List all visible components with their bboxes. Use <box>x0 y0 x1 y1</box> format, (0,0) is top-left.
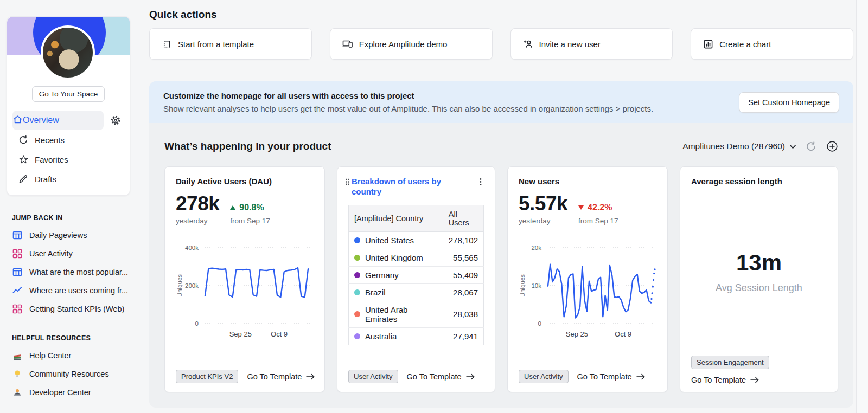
table-row[interactable]: Australia 27,941 <box>349 327 484 345</box>
project-selector-label: Amplitunes Demo (287960) <box>682 141 785 151</box>
stat-value: 278k <box>176 193 219 214</box>
start-from-template-button[interactable]: Start from a template <box>149 28 312 60</box>
table-row[interactable]: United States 278,102 <box>349 231 484 249</box>
recent-item-getting-started-kpis[interactable]: Getting Started KPIs (Web) <box>7 300 130 318</box>
go-to-your-space-button[interactable]: Go To Your Space <box>32 86 105 102</box>
table-chart-icon <box>12 230 23 240</box>
country-value: 55,409 <box>443 266 484 283</box>
stat-row: 278k yesterday 90.8% from Sep 17 <box>176 193 314 225</box>
country-value: 28,038 <box>443 301 484 327</box>
table-row[interactable]: Germany 55,409 <box>349 266 484 283</box>
stat-row: 5.57k yesterday 42.2% from Sep 17 <box>519 193 656 225</box>
arrow-down-icon <box>578 205 584 210</box>
stat-value-block: 278k yesterday <box>176 193 219 225</box>
session-stat: 13m Avg Session Length <box>691 250 827 294</box>
template-icon <box>162 39 172 49</box>
arrow-up-icon <box>230 205 235 210</box>
link-label: Go To Template <box>407 372 462 381</box>
sidebar-item-drafts[interactable]: Drafts <box>12 169 124 189</box>
sidebar-item-recents[interactable]: Recents <box>12 130 124 150</box>
stat-label: Avg Session Length <box>691 282 827 294</box>
country-name: Brazil <box>365 288 386 297</box>
card-footer: User Activity Go To Template <box>348 370 475 383</box>
stat-value: 5.57k <box>519 193 567 214</box>
svg-text:200k: 200k <box>185 282 199 289</box>
explore-demo-button[interactable]: Explore Amplitude demo <box>330 28 493 60</box>
tag-chip[interactable]: Product KPIs V2 <box>176 370 238 383</box>
stat-compare: from Sep 17 <box>578 217 618 225</box>
recent-item-where-users-coming-from[interactable]: Where are users coming fr... <box>7 281 130 300</box>
go-to-template-link[interactable]: Go To Template <box>247 372 315 381</box>
card-title-link[interactable]: Breakdown of users by country <box>352 177 463 197</box>
stat-delta-block: 90.8% from Sep 17 <box>230 203 270 225</box>
sidebar-item-overview[interactable]: Overview <box>12 111 104 130</box>
set-custom-homepage-button[interactable]: Set Custom Homepage <box>739 92 839 113</box>
homepage-panel: Customize the homepage for all users wit… <box>149 81 853 408</box>
project-selector[interactable]: Amplitunes Demo (287960) <box>682 141 796 151</box>
sidebar-item-favorites[interactable]: Favorites <box>12 150 124 169</box>
dashboard-icon <box>12 304 23 314</box>
invite-user-button[interactable]: Invite a new user <box>510 28 673 60</box>
recent-item-user-activity[interactable]: User Activity <box>7 244 130 263</box>
country-name: Germany <box>365 270 399 280</box>
card-footer: User Activity Go To Template <box>519 370 646 383</box>
tag-chip[interactable]: Session Engagement <box>691 356 769 369</box>
jump-back-in-heading: JUMP BACK IN <box>12 214 129 222</box>
series-dot <box>354 272 360 278</box>
card-footer: Session Engagement Go To Template <box>691 356 769 384</box>
table-row[interactable]: United Arab Emirates 28,038 <box>349 301 484 327</box>
gear-icon[interactable] <box>110 115 121 126</box>
add-card-icon[interactable] <box>826 140 838 152</box>
card-footer: Product KPIs V2 Go To Template <box>176 370 315 383</box>
recent-item-daily-pageviews[interactable]: Daily Pageviews <box>7 226 130 244</box>
svg-text:10k: 10k <box>531 282 541 289</box>
svg-text:20k: 20k <box>531 244 541 251</box>
link-developer-center[interactable]: Developer Center <box>7 383 130 402</box>
home-icon <box>12 114 23 127</box>
table-row[interactable]: Brazil 28,067 <box>349 283 484 301</box>
kebab-menu-icon[interactable] <box>477 177 484 187</box>
table-row[interactable]: United Kingdom 55,565 <box>349 249 484 266</box>
drag-handle-icon[interactable] <box>345 178 350 185</box>
tag-chip[interactable]: User Activity <box>519 370 569 383</box>
svg-text:400k: 400k <box>185 244 199 251</box>
recent-item-label: What are the most popular... <box>29 268 128 276</box>
stat-value: 13m <box>691 250 827 276</box>
refresh-icon[interactable] <box>806 141 816 152</box>
country-name: United States <box>365 236 414 245</box>
series-dot <box>354 255 360 261</box>
svg-text:Oct 9: Oct 9 <box>615 330 631 338</box>
link-community-resources[interactable]: Community Resources <box>7 365 130 383</box>
card-title: Daily Active Users (DAU) <box>176 177 314 186</box>
link-label: Go To Template <box>247 372 302 381</box>
go-to-template-link[interactable]: Go To Template <box>407 372 475 381</box>
card-daily-active-users: Daily Active Users (DAU) 278k yesterday … <box>164 166 325 392</box>
helpful-resources-heading: HELPFUL RESOURCES <box>12 334 129 342</box>
svg-text:0: 0 <box>195 320 199 327</box>
series-dot <box>354 237 360 243</box>
section-header: What’s happening in your product Amplitu… <box>164 140 838 152</box>
avatar[interactable] <box>41 25 95 80</box>
tag-chip[interactable]: User Activity <box>348 370 398 383</box>
card-country-breakdown: Breakdown of users by country [Amplitude… <box>337 166 495 392</box>
link-label: Help Center <box>29 351 71 360</box>
delta-value: 90.8% <box>239 203 264 212</box>
new-users-line-chart: 010k20kUniquesSep 25Oct 9 <box>519 239 656 347</box>
customize-banner-subtitle: Show relevant analyses to help users get… <box>163 104 653 113</box>
scrollbar[interactable] <box>856 0 868 413</box>
recent-item-most-popular[interactable]: What are the most popular... <box>7 263 130 281</box>
country-name: United Arab Emirates <box>365 305 425 324</box>
lightbulb-icon <box>12 369 23 379</box>
button-label: Start from a template <box>178 40 254 49</box>
go-to-template-link[interactable]: Go To Template <box>577 372 646 381</box>
svg-text:Oct 9: Oct 9 <box>271 330 288 338</box>
stat-delta: 90.8% <box>230 203 270 214</box>
link-help-center[interactable]: Help Center <box>7 346 130 365</box>
create-chart-button[interactable]: Create a chart <box>691 28 853 60</box>
series-dot <box>354 311 360 317</box>
star-icon <box>18 154 29 165</box>
go-to-template-link[interactable]: Go To Template <box>691 376 769 384</box>
customize-banner-text: Customize the homepage for all users wit… <box>163 91 653 113</box>
card-header: Breakdown of users by country <box>348 177 484 197</box>
section-controls: Amplitunes Demo (287960) <box>682 140 838 152</box>
